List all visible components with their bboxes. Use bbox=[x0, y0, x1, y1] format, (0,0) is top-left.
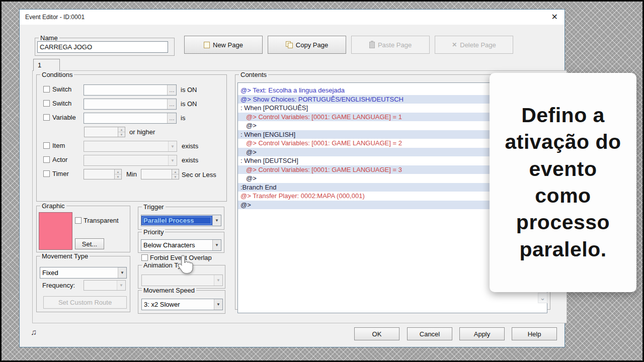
variable-checkbox[interactable] bbox=[43, 114, 50, 121]
screenshot-stage: Event Editor - ID:0001 ✕ Name New Page C… bbox=[0, 0, 644, 362]
switch1-suffix: is ON bbox=[181, 86, 197, 94]
movement-type-select[interactable]: Fixed ▼ bbox=[40, 267, 127, 279]
title-bar: Event Editor - ID:0001 ✕ bbox=[20, 10, 565, 25]
stepper-down-icon[interactable]: ▼ bbox=[172, 174, 179, 179]
timer-min-label: Min bbox=[126, 170, 137, 178]
contents-group-label: Contents bbox=[239, 71, 268, 78]
copy-page-button[interactable]: Copy Page bbox=[268, 36, 346, 54]
delete-page-button[interactable]: ✕ Delete Page bbox=[435, 36, 513, 54]
stepper-down-icon[interactable]: ▼ bbox=[115, 174, 121, 179]
forbid-event-overlap-checkbox[interactable] bbox=[141, 254, 148, 261]
timer-checkbox[interactable] bbox=[43, 170, 50, 177]
paste-page-icon bbox=[369, 42, 375, 48]
apply-button[interactable]: Apply bbox=[459, 327, 505, 340]
switch2-checkbox[interactable] bbox=[43, 100, 50, 107]
movement-speed-group-label: Movement Speed bbox=[142, 287, 196, 294]
priority-select-value: Below Characters bbox=[141, 240, 212, 250]
frequency-label: Frequency: bbox=[42, 282, 75, 289]
actor-suffix: exists bbox=[182, 156, 198, 164]
trigger-select-value: Parallel Process bbox=[141, 216, 212, 225]
new-page-icon bbox=[204, 42, 210, 48]
delete-page-label: Delete Page bbox=[460, 41, 496, 49]
item-checkbox[interactable] bbox=[43, 142, 50, 149]
switch2-browse-button[interactable]: … bbox=[167, 99, 176, 109]
item-label: Item bbox=[52, 142, 65, 149]
ok-button[interactable]: OK bbox=[354, 327, 399, 340]
stepper-up-icon[interactable]: ▲ bbox=[172, 169, 179, 174]
variable-suffix: is bbox=[181, 114, 185, 122]
animation-type-select[interactable]: ▼ bbox=[141, 275, 223, 286]
conditions-group-label: Conditions bbox=[40, 71, 74, 78]
movement-speed-value: 3: x2 Slower bbox=[142, 300, 214, 309]
variable-label: Variable bbox=[52, 114, 76, 121]
hand-cursor-icon bbox=[177, 254, 195, 276]
variable-value-stepper[interactable]: ▲▼ bbox=[84, 127, 125, 137]
actor-label: Actor bbox=[52, 156, 67, 163]
switch1-field[interactable]: … bbox=[84, 84, 177, 96]
frequency-select[interactable]: ▼ bbox=[84, 280, 126, 291]
priority-select[interactable]: Below Characters ▼ bbox=[141, 239, 221, 251]
caption-overlay: Defino a ativação do evento como process… bbox=[490, 73, 636, 292]
tab-page-1[interactable]: 1 bbox=[33, 59, 60, 71]
graphic-group-label: Graphic bbox=[40, 202, 66, 210]
help-button[interactable]: Help bbox=[512, 327, 557, 340]
copy-page-label: Copy Page bbox=[296, 41, 328, 49]
transparent-label: Transparent bbox=[84, 217, 119, 224]
event-name-input[interactable] bbox=[37, 41, 168, 53]
graphic-set-button[interactable]: Set... bbox=[75, 238, 104, 249]
paste-page-button[interactable]: Paste Page bbox=[351, 36, 430, 54]
priority-dropdown-icon[interactable]: ▼ bbox=[212, 240, 221, 250]
trigger-select[interactable]: Parallel Process ▼ bbox=[141, 215, 221, 226]
switch1-browse-button[interactable]: … bbox=[167, 85, 176, 95]
actor-checkbox[interactable] bbox=[43, 156, 50, 163]
event-editor-window: Event Editor - ID:0001 ✕ Name New Page C… bbox=[19, 9, 565, 347]
movement-type-group-label: Movement Type bbox=[40, 252, 90, 260]
switch1-checkbox[interactable] bbox=[43, 86, 50, 93]
movement-speed-select[interactable]: 3: x2 Slower ▼ bbox=[141, 299, 223, 310]
animation-dropdown-icon[interactable]: ▼ bbox=[214, 275, 222, 286]
name-group-label: Name bbox=[39, 34, 59, 42]
timer-sec-stepper[interactable]: ▲▼ bbox=[141, 169, 179, 179]
paste-page-label: Paste Page bbox=[378, 41, 412, 49]
switch2-label: Switch bbox=[52, 100, 71, 107]
caption-text: Defino a ativação do evento como process… bbox=[499, 102, 627, 263]
scrollbar-down-icon[interactable]: ⌄ bbox=[538, 293, 547, 303]
variable-browse-button[interactable]: … bbox=[167, 113, 176, 123]
delete-page-icon: ✕ bbox=[452, 41, 457, 48]
transparent-checkbox[interactable] bbox=[75, 217, 82, 224]
stepper-up-icon[interactable]: ▲ bbox=[115, 169, 121, 174]
movement-type-dropdown-icon[interactable]: ▼ bbox=[118, 267, 126, 278]
trigger-group-label: Trigger bbox=[142, 203, 166, 211]
graphic-swatch[interactable] bbox=[39, 212, 72, 250]
set-custom-route-button[interactable]: Set Custom Route bbox=[43, 296, 127, 309]
item-suffix: exists bbox=[182, 142, 198, 150]
window-title: Event Editor - ID:0001 bbox=[25, 14, 85, 21]
item-select[interactable]: ▼ bbox=[84, 141, 177, 152]
copy-page-icon bbox=[286, 41, 293, 48]
close-icon[interactable]: ✕ bbox=[551, 12, 558, 22]
frequency-dropdown-icon[interactable]: ▼ bbox=[117, 281, 125, 290]
item-dropdown-icon[interactable]: ▼ bbox=[168, 141, 177, 151]
timer-min-stepper[interactable]: ▲▼ bbox=[84, 169, 122, 179]
switch2-field[interactable]: … bbox=[84, 99, 177, 110]
movement-speed-dropdown-icon[interactable]: ▼ bbox=[214, 299, 222, 310]
new-page-label: New Page bbox=[213, 41, 243, 49]
variable-spinner-suffix: or higher bbox=[129, 128, 155, 136]
actor-select[interactable]: ▼ bbox=[84, 155, 177, 166]
timer-suffix: Sec or Less bbox=[182, 171, 216, 178]
priority-group-label: Priority bbox=[142, 228, 165, 236]
variable-field[interactable]: … bbox=[84, 113, 177, 124]
switch1-label: Switch bbox=[52, 85, 71, 93]
new-page-button[interactable]: New Page bbox=[184, 36, 263, 54]
movement-type-value: Fixed bbox=[40, 268, 118, 278]
timer-label: Timer bbox=[52, 170, 69, 177]
cancel-button[interactable]: Cancel bbox=[407, 327, 452, 340]
trigger-dropdown-icon[interactable]: ▼ bbox=[212, 215, 221, 226]
music-note-icon: ♫ bbox=[31, 328, 37, 337]
stepper-down-icon[interactable]: ▼ bbox=[118, 132, 125, 137]
actor-dropdown-icon[interactable]: ▼ bbox=[168, 155, 177, 165]
stepper-up-icon[interactable]: ▲ bbox=[118, 127, 125, 132]
switch2-suffix: is ON bbox=[181, 100, 197, 108]
